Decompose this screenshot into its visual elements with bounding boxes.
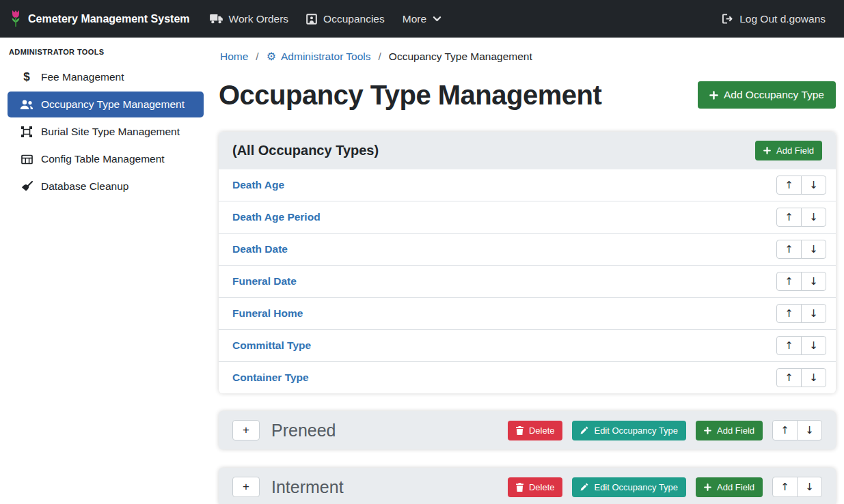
nav-work-orders[interactable]: Work Orders	[201, 8, 298, 31]
field-row: Death Age Period ↑ ↓	[219, 201, 836, 234]
nav-more-label: More	[403, 13, 426, 25]
all-occupancy-types-header: (All Occupancy Types) Add Field	[219, 132, 836, 169]
move-down-button[interactable]: ↓	[797, 477, 822, 497]
reorder-button-group: ↑ ↓	[776, 368, 826, 387]
breadcrumb-home-link[interactable]: Home	[220, 51, 248, 63]
app-brand[interactable]: Cemetery Management System	[10, 10, 190, 28]
pencil-icon	[580, 483, 588, 491]
table-icon	[19, 154, 34, 165]
all-occupancy-types-card: (All Occupancy Types) Add Field Death Ag…	[219, 132, 836, 393]
move-up-button[interactable]: ↑	[772, 420, 798, 440]
delete-button[interactable]: Delete	[508, 421, 563, 440]
sidebar-item-occupancy-type-management[interactable]: Occupancy Type Management	[8, 92, 204, 117]
plus-icon	[704, 484, 711, 491]
move-down-button[interactable]: ↓	[801, 208, 826, 227]
move-down-button[interactable]: ↓	[801, 176, 826, 195]
move-up-button[interactable]: ↑	[776, 336, 802, 355]
breadcrumb-separator: /	[379, 51, 381, 63]
move-up-button[interactable]: ↑	[776, 176, 802, 195]
vector-square-icon	[19, 126, 34, 137]
move-up-button[interactable]: ↑	[776, 240, 802, 259]
move-down-button[interactable]: ↓	[801, 304, 826, 323]
move-down-button[interactable]: ↓	[801, 368, 826, 387]
breadcrumb-admin-tools-link[interactable]: ⚙ Administrator Tools	[267, 51, 371, 63]
nav-more[interactable]: More	[394, 8, 450, 31]
field-row: Container Type ↑ ↓	[219, 362, 836, 393]
field-link[interactable]: Death Date	[232, 243, 288, 255]
chevron-down-icon	[433, 16, 441, 23]
occupancy-type-section-preneed: + Preneed Delete Edit Occupancy Type	[219, 411, 836, 449]
add-field-button[interactable]: Add Field	[755, 141, 822, 160]
move-up-button[interactable]: ↑	[776, 304, 802, 323]
move-up-button[interactable]: ↑	[776, 368, 802, 387]
pencil-icon	[580, 426, 588, 434]
all-occupancy-types-title: (All Occupancy Types)	[232, 143, 379, 158]
truck-icon	[210, 14, 223, 24]
add-field-button[interactable]: Add Field	[696, 477, 763, 497]
field-row: Death Age ↑ ↓	[219, 169, 836, 201]
delete-label: Delete	[529, 482, 555, 492]
move-down-button[interactable]: ↓	[797, 420, 822, 440]
occupancy-type-title: Preneed	[271, 421, 508, 440]
move-up-button[interactable]: ↑	[776, 272, 802, 291]
sidebar: ADMINISTRATOR TOOLS $ Fee Management Occ…	[0, 38, 210, 504]
add-occupancy-type-button[interactable]: Add Occupancy Type	[698, 81, 836, 109]
section-actions: Delete Edit Occupancy Type Add Field ↑	[508, 477, 822, 497]
logout-button[interactable]: Log Out d.gowans	[713, 8, 834, 31]
gear-icon: ⚙	[267, 51, 276, 62]
plus-icon	[709, 91, 718, 100]
field-link[interactable]: Funeral Date	[232, 275, 297, 288]
edit-occupancy-type-button[interactable]: Edit Occupancy Type	[572, 421, 686, 440]
sidebar-item-burial-site-type-management[interactable]: Burial Site Type Management	[8, 119, 204, 145]
field-link[interactable]: Death Age Period	[232, 211, 321, 223]
logout-label: Log Out d.gowans	[739, 13, 826, 25]
field-link[interactable]: Committal Type	[232, 339, 311, 352]
move-down-button[interactable]: ↓	[801, 240, 826, 259]
edit-occupancy-type-label: Edit Occupancy Type	[594, 482, 678, 492]
reorder-button-group: ↑ ↓	[776, 176, 826, 195]
field-link[interactable]: Container Type	[232, 372, 309, 384]
delete-button[interactable]: Delete	[508, 477, 563, 497]
sign-out-icon	[722, 14, 733, 24]
move-up-button[interactable]: ↑	[776, 208, 802, 227]
occupancy-type-section-interment: + Interment Delete Edit Occupancy Type	[219, 468, 836, 504]
section-actions: Delete Edit Occupancy Type Add Field ↑	[508, 420, 822, 440]
delete-label: Delete	[529, 425, 555, 436]
sidebar-item-label: Config Table Management	[41, 153, 165, 165]
field-row: Committal Type ↑ ↓	[219, 330, 836, 362]
expand-button[interactable]: +	[232, 477, 260, 497]
sidebar-item-config-table-management[interactable]: Config Table Management	[8, 146, 204, 172]
plus-icon	[704, 427, 711, 434]
plus-icon	[763, 147, 771, 154]
breadcrumb: Home / ⚙ Administrator Tools / Occupancy…	[220, 50, 836, 64]
occupancy-type-title: Interment	[271, 477, 508, 497]
breadcrumb-current: Occupancy Type Management	[389, 51, 532, 63]
reorder-button-group: ↑ ↓	[776, 240, 826, 259]
sidebar-item-label: Occupancy Type Management	[41, 98, 185, 111]
edit-occupancy-type-button[interactable]: Edit Occupancy Type	[572, 477, 686, 497]
nav-occupancies[interactable]: Occupancies	[297, 8, 394, 31]
reorder-button-group: ↑ ↓	[776, 336, 826, 355]
nav-work-orders-label: Work Orders	[229, 13, 289, 25]
field-row: Death Date ↑ ↓	[219, 234, 836, 266]
add-field-button[interactable]: Add Field	[696, 421, 763, 440]
field-link[interactable]: Funeral Home	[232, 307, 303, 320]
expand-button[interactable]: +	[232, 420, 260, 440]
reorder-button-group: ↑ ↓	[772, 477, 822, 497]
sidebar-item-fee-management[interactable]: $ Fee Management	[8, 64, 204, 90]
sidebar-header: ADMINISTRATOR TOOLS	[9, 48, 204, 56]
breadcrumb-separator: /	[256, 51, 258, 63]
trash-icon	[516, 426, 523, 435]
sidebar-item-label: Fee Management	[41, 71, 124, 83]
move-up-button[interactable]: ↑	[772, 477, 798, 497]
sidebar-item-database-cleanup[interactable]: Database Cleanup	[8, 173, 204, 199]
move-down-button[interactable]: ↓	[801, 336, 826, 355]
reorder-button-group: ↑ ↓	[776, 208, 826, 227]
trash-icon	[516, 483, 523, 492]
move-down-button[interactable]: ↓	[801, 272, 826, 291]
sidebar-item-label: Burial Site Type Management	[41, 126, 180, 138]
reorder-button-group: ↑ ↓	[772, 420, 822, 440]
page-header: Occupancy Type Management Add Occupancy …	[219, 79, 836, 111]
field-link[interactable]: Death Age	[232, 179, 284, 191]
sidebar-item-label: Database Cleanup	[41, 180, 128, 193]
